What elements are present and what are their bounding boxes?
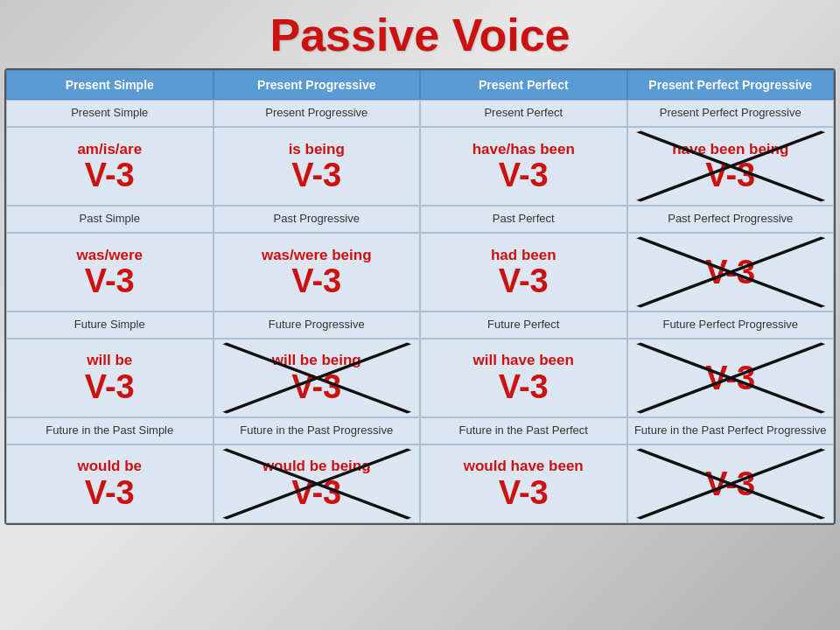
- label-cell-r2-c2: Future Perfect: [420, 312, 627, 339]
- label-cell-r2-c3: Future Perfect Progressive: [627, 312, 835, 339]
- label-cell-r0-c1: Present Progressive: [214, 100, 421, 127]
- v3-text: V-3: [85, 158, 135, 192]
- page-title: Passive Voice: [0, 0, 840, 68]
- label-cell-r1-c3: Past Perfect Progressive: [627, 206, 835, 233]
- label-cell-r0-c3: Present Perfect Progressive: [627, 100, 835, 127]
- aux-text: was/were: [76, 247, 143, 264]
- v3-text: V-3: [705, 256, 755, 289]
- aux-text: am/is/are: [77, 141, 142, 158]
- content-cell-r0-c0: am/is/areV-3: [6, 127, 214, 206]
- label-cell-r0-c0: Present Simple: [6, 100, 214, 127]
- v3-text: V-3: [291, 476, 341, 509]
- content-cell-r1-c0: was/wereV-3: [6, 233, 214, 312]
- content-cell-r2-c1: will be beingV-3: [214, 339, 421, 417]
- v3-text: V-3: [291, 264, 341, 298]
- label-cell-r3-c1: Future in the Past Progressive: [214, 417, 421, 444]
- content-cell-r2-c0: will beV-3: [6, 339, 214, 417]
- content-cell-r0-c3: have been beingV-3: [627, 127, 835, 206]
- grid-container: Present SimplePresent ProgressivePresent…: [4, 68, 836, 525]
- label-cell-r2-c0: Future Simple: [6, 312, 214, 339]
- label-cell-r3-c3: Future in the Past Perfect Progressive: [627, 417, 835, 444]
- aux-text: will be being: [272, 352, 361, 369]
- v3-text: V-3: [499, 158, 549, 192]
- content-cell-r3-c3: V-3: [627, 444, 835, 523]
- label-cell-r1-c2: Past Perfect: [420, 206, 627, 233]
- aux-text: have/has been: [472, 141, 575, 158]
- aux-text: have been being: [672, 141, 788, 158]
- aux-text: is being: [289, 141, 345, 158]
- grid: Present SimplePresent ProgressivePresent…: [6, 70, 834, 523]
- label-cell-r1-c1: Past Progressive: [214, 206, 421, 233]
- header-cell-0: Present Simple: [6, 70, 214, 100]
- aux-text: would have been: [464, 458, 584, 475]
- aux-text: would be being: [262, 458, 371, 475]
- v3-text: V-3: [291, 370, 341, 403]
- label-cell-r0-c2: Present Perfect: [420, 100, 627, 127]
- v3-text: V-3: [705, 361, 755, 395]
- header-cell-3: Present Perfect Progressive: [627, 70, 835, 100]
- v3-text: V-3: [705, 158, 755, 192]
- header-cell-2: Present Perfect: [420, 70, 627, 100]
- content-cell-r1-c2: had beenV-3: [420, 233, 627, 312]
- content-cell-r1-c3: V-3: [627, 233, 835, 312]
- v3-text: V-3: [85, 264, 135, 298]
- content-cell-r2-c2: will have beenV-3: [420, 339, 627, 417]
- aux-text: will have been: [473, 352, 574, 369]
- v3-text: V-3: [705, 467, 755, 500]
- aux-text: will be: [87, 352, 132, 369]
- v3-text: V-3: [291, 158, 341, 192]
- header-cell-1: Present Progressive: [214, 70, 421, 100]
- v3-text: V-3: [85, 476, 135, 509]
- content-cell-r2-c3: V-3: [627, 339, 835, 417]
- v3-text: V-3: [499, 264, 549, 298]
- label-cell-r1-c0: Past Simple: [6, 206, 214, 233]
- content-cell-r3-c1: would be beingV-3: [214, 444, 421, 523]
- label-cell-r3-c2: Future in the Past Perfect: [420, 417, 627, 444]
- aux-text: had been: [491, 247, 556, 264]
- v3-text: V-3: [85, 370, 135, 403]
- aux-text: was/were being: [262, 247, 372, 264]
- content-cell-r3-c0: would beV-3: [6, 444, 214, 523]
- label-cell-r3-c0: Future in the Past Simple: [6, 417, 214, 444]
- label-cell-r2-c1: Future Progressive: [214, 312, 421, 339]
- aux-text: would be: [77, 458, 142, 475]
- v3-text: V-3: [499, 370, 549, 403]
- v3-text: V-3: [499, 476, 549, 509]
- content-cell-r0-c1: is beingV-3: [214, 127, 421, 206]
- content-cell-r3-c2: would have beenV-3: [420, 444, 627, 523]
- content-cell-r0-c2: have/has beenV-3: [420, 127, 627, 206]
- content-cell-r1-c1: was/were beingV-3: [214, 233, 421, 312]
